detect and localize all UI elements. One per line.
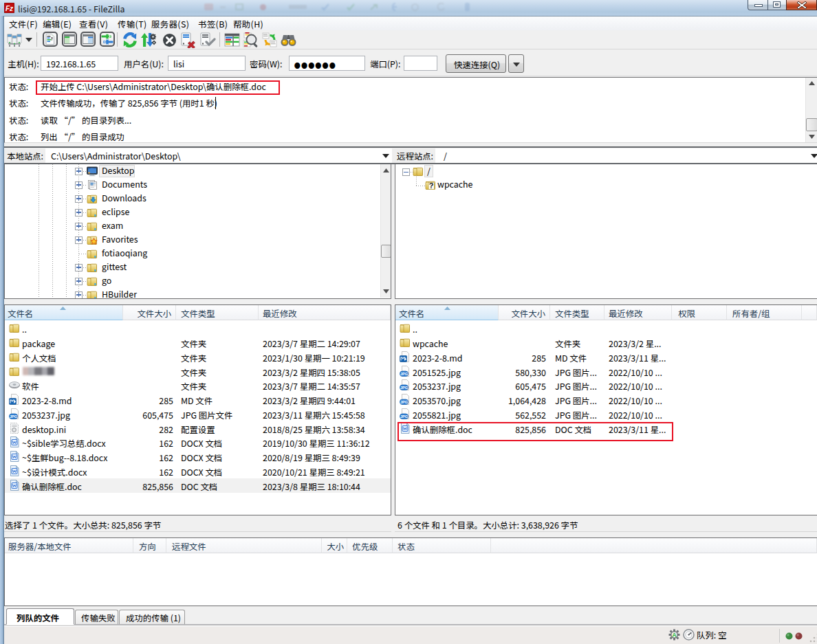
svg-text:A: A (672, 632, 677, 639)
svg-text:Fz: Fz (6, 5, 13, 12)
